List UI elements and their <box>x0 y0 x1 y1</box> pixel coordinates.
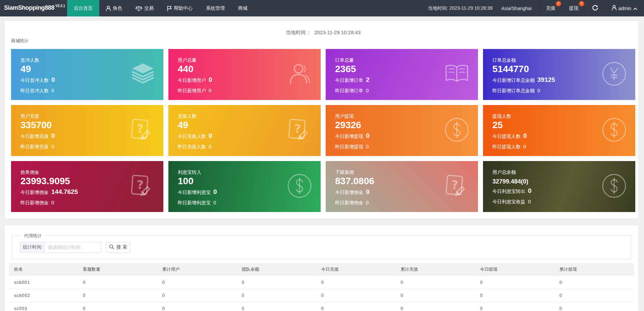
stat-card-9: 抢单佣金23993.9095今日新增佣金144.7625昨日新增佣金0? <box>11 161 163 212</box>
table-cell: 0 <box>78 289 157 302</box>
menu-item-5[interactable]: 系统管理 <box>199 0 231 16</box>
card-yesterday-value: 0 <box>537 88 540 94</box>
table-cell: 0 <box>316 289 396 302</box>
table-header-3: 累计用户 <box>157 263 237 276</box>
agent-stats-panel: 代理统计 统计时间 搜 索 姓名客服数量累计用户团队余额今日充值累计充值今日提现… <box>5 225 638 311</box>
card-yesterday-label: 昨日新增提现 <box>335 144 363 150</box>
table-cell: 0 <box>78 302 157 311</box>
card-yesterday-line: 昨日新增利息宝0 <box>178 200 311 206</box>
search-button[interactable]: 搜 索 <box>106 242 130 253</box>
stat-card-3: 订单总量2365今日新增订单2昨日新增订单0 <box>326 49 478 100</box>
card-title: 下级返佣 <box>335 170 469 175</box>
card-yesterday-value: 0 <box>366 88 369 94</box>
card-yesterday-line: 昨日新增充值0 <box>20 144 154 150</box>
doc-edit-icon: ? <box>444 175 469 198</box>
table-cell: 0 <box>157 302 237 311</box>
admin-menu[interactable]: admin <box>605 0 644 16</box>
table-cell: scb001 <box>9 276 78 289</box>
card-yesterday-label: 昨日新增利息宝 <box>178 200 211 206</box>
stat-card-12: 用户总余额32799.484(0)今日利息宝转出0今日利息宝收益0 <box>483 161 635 212</box>
table-cell: 0 <box>475 302 554 311</box>
menu-item-label: 后台首页 <box>74 5 93 11</box>
card-yesterday-value: 0 <box>366 144 369 150</box>
withdraw-badge: 0 <box>579 1 584 6</box>
card-yesterday-label: 昨日充值人数 <box>178 144 206 150</box>
recharge-button[interactable]: 充值 0 <box>539 0 562 16</box>
withdraw-label: 提现 <box>569 5 579 11</box>
search-icon <box>109 244 114 251</box>
table-cell: 0 <box>554 289 634 302</box>
card-today-value: 0 <box>366 132 370 140</box>
svg-text:?: ? <box>294 122 301 136</box>
refresh-button[interactable] <box>585 0 605 16</box>
table-row: sc0030000000 <box>9 302 634 311</box>
card-yesterday-value: 0 <box>366 200 369 206</box>
card-today-label: 今日新增充值 <box>20 133 49 139</box>
table-header-8: 累计提现 <box>554 263 634 276</box>
shop-stats-panel: 当地时间：2023-11-29 10:28:43 商城统计 首冲人数49今日首冲… <box>5 21 638 218</box>
search-button-label: 搜 索 <box>116 244 127 250</box>
user-icon <box>106 6 111 11</box>
card-today-value: 0 <box>209 132 212 140</box>
menu-item-3[interactable]: 交易 <box>129 0 160 16</box>
svg-text:?: ? <box>137 122 144 136</box>
card-today-value: 0 <box>528 187 532 195</box>
card-yesterday-line: 昨日新增订单0 <box>335 88 469 94</box>
card-yesterday-line: 昨日新增提现0 <box>335 144 469 150</box>
flag-icon <box>167 6 172 11</box>
fieldset-legend: 代理统计 <box>21 233 44 238</box>
card-today-label: 今日利息宝转出 <box>492 188 525 194</box>
card-title: 用户总量 <box>178 58 311 63</box>
card-yesterday-label: 昨日新增充值 <box>20 144 49 150</box>
card-today-value: 0 <box>51 132 55 140</box>
layers-icon <box>131 63 155 86</box>
menu-item-6[interactable]: 商城 <box>231 0 254 16</box>
dollar-circle-icon <box>602 117 627 144</box>
stat-card-7: 用户提现29326今日新增提现0昨日新增提现0 <box>326 105 478 156</box>
time-field-label: 统计时间 <box>20 242 44 253</box>
menu-item-label: 交易 <box>144 5 154 11</box>
stat-card-6: 充值人数49今日充值人数0昨日充值人数0? <box>168 105 321 156</box>
card-yesterday-value: 0 <box>523 144 526 150</box>
withdraw-button[interactable]: 提现 0 <box>562 0 585 16</box>
table-cell: 0 <box>237 302 316 311</box>
card-title: 抢单佣金 <box>20 170 154 175</box>
card-yesterday-line: 昨日首冲人数0 <box>20 88 154 94</box>
card-yesterday-value: 0 <box>51 144 54 150</box>
card-today-value: 0 <box>51 76 55 84</box>
time-range-input[interactable] <box>44 242 102 253</box>
users-icon <box>288 63 312 86</box>
card-title: 首冲人数 <box>20 58 154 63</box>
card-yesterday-line: 昨日新增用户0 <box>178 88 311 94</box>
user-icon <box>612 5 616 11</box>
table-cell: 0 <box>395 276 475 289</box>
menu-item-1[interactable]: 后台首页 <box>67 0 99 16</box>
card-today-value: 144.7625 <box>51 188 78 196</box>
panel-time-value: 2023-11-29 10:28:43 <box>314 30 361 35</box>
card-yesterday-line: 昨日充值人数0 <box>178 144 311 150</box>
table-cell: 0 <box>475 276 554 289</box>
admin-username: admin <box>619 6 631 11</box>
table-header-7: 今日提现 <box>475 263 554 276</box>
panel-time-label: 当地时间： <box>286 30 311 35</box>
main-menu: 后台首页角色交易帮助中心系统管理商城 <box>67 0 254 16</box>
navbar-local-time: 当地时间: 2023-11-29 10:28:39 <box>428 0 493 16</box>
navbar-right: 当地时间: 2023-11-29 10:28:39 Asia/Shanghai … <box>428 0 644 16</box>
card-yesterday-label: 昨日新增佣金 <box>20 200 49 206</box>
card-title: 用户充值 <box>20 114 154 119</box>
card-today-value: 0 <box>213 188 217 196</box>
panel-local-time: 当地时间：2023-11-29 10:28:43 <box>11 30 635 35</box>
book-icon <box>444 64 469 85</box>
card-yesterday-label: 昨日首冲人数 <box>20 88 49 94</box>
menu-item-4[interactable]: 帮助中心 <box>160 0 199 16</box>
stat-card-5: 用户充值335700今日新增充值0昨日新增充值0? <box>11 105 163 156</box>
table-cell: 0 <box>395 302 475 311</box>
card-yesterday-value: 0 <box>51 200 54 206</box>
chevron-up-icon <box>633 6 637 11</box>
menu-item-2[interactable]: 角色 <box>99 0 129 16</box>
table-cell: 0 <box>237 289 316 302</box>
doc-edit-icon: ? <box>129 175 155 198</box>
table-cell: 0 <box>395 289 475 302</box>
card-yesterday-label: 昨日新增用户 <box>178 88 206 94</box>
card-today-value: 2 <box>366 76 370 84</box>
